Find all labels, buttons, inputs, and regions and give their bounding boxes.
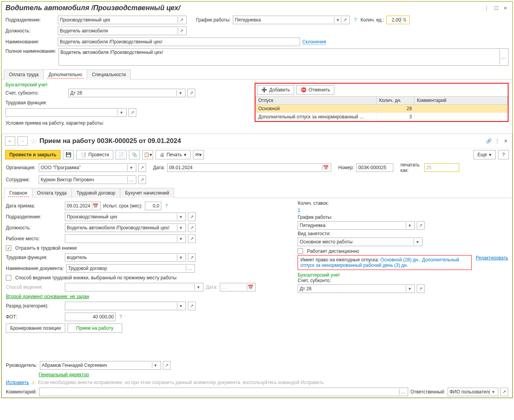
open-icon[interactable]: ↗	[188, 234, 196, 243]
more-icon[interactable]: ⋮	[484, 5, 490, 11]
forward-button[interactable]: →	[18, 136, 28, 146]
method-checkbox[interactable]	[6, 275, 11, 281]
calendar-icon[interactable]: 📅	[322, 164, 329, 171]
dept-input[interactable]: Производственный цех ↗	[58, 16, 187, 24]
back-button[interactable]: ←	[5, 136, 15, 146]
report-button[interactable]: 📄	[116, 150, 127, 159]
open-icon[interactable]: ↗	[188, 302, 196, 310]
fullname-input[interactable]: Водитель автомобиля /Производственный це…	[59, 48, 509, 66]
open-icon[interactable]: ↗	[341, 17, 348, 23]
pos-input[interactable]: Водитель автомобиля /Производственный це…	[65, 223, 186, 232]
open-icon[interactable]: ↗	[138, 175, 146, 184]
mgr-input[interactable]: Абрамов Геннадий Сергеевич▾	[40, 361, 161, 370]
calendar-icon[interactable]: 📅	[247, 284, 254, 290]
send-button[interactable]: ✉▾	[193, 150, 204, 159]
tab-payment[interactable]: Оплата труда	[32, 188, 72, 198]
mgr-pos-link[interactable]: Генеральный директор	[39, 372, 89, 377]
method-input[interactable]: ▾	[65, 283, 203, 291]
booking-button[interactable]: Бронирование позиции	[6, 323, 65, 333]
close-icon[interactable]: ✕	[502, 5, 509, 11]
org-input[interactable]: ООО "Программа" ▾	[39, 163, 136, 172]
open-icon[interactable]: ↗	[128, 108, 136, 117]
print-button[interactable]: 🖨Печать ▾	[155, 150, 190, 159]
method-date-input[interactable]: . . .📅	[220, 283, 256, 291]
calendar-icon[interactable]: 📅	[92, 203, 99, 209]
declensions-link[interactable]: Склонения	[302, 39, 326, 45]
func-input[interactable]: водитель▾	[65, 253, 186, 262]
open-icon[interactable]: ↗	[188, 223, 196, 232]
chevron-down-icon[interactable]: ▾	[406, 222, 413, 229]
num-input[interactable]: 00ЗК-000025	[356, 163, 393, 172]
help-icon[interactable]: ?	[165, 203, 168, 209]
open-icon[interactable]: ↗	[138, 163, 146, 172]
acct-input[interactable]: Дт 26▾	[298, 284, 415, 293]
chevron-down-icon[interactable]: ▾	[195, 284, 202, 290]
remote-checkbox[interactable]	[298, 248, 303, 254]
sched-input[interactable]: Пятидневка ▾ ↗	[233, 16, 350, 24]
open-icon[interactable]: ↗	[178, 28, 185, 34]
help-icon[interactable]: ?	[354, 17, 357, 23]
open-icon[interactable]: ↗	[188, 253, 196, 262]
chevron-down-icon[interactable]: ▾	[334, 17, 341, 23]
open-icon[interactable]: ↗	[500, 388, 508, 396]
rates-link[interactable]: 1	[298, 207, 300, 213]
post-close-button[interactable]: Провести и закрыть	[5, 150, 61, 159]
fix-link[interactable]: Исправить	[6, 380, 29, 385]
tab-contract[interactable]: Трудовой договор	[71, 188, 120, 198]
chevron-down-icon[interactable]: ▾	[152, 362, 159, 368]
hire-button[interactable]: Прием на работу	[68, 323, 122, 333]
chevron-down-icon[interactable]: ▾	[118, 109, 125, 116]
chevron-down-icon[interactable]: ▾	[177, 236, 184, 242]
print-as-input[interactable]: 25	[424, 163, 459, 172]
fot-input[interactable]: 40 000,00	[65, 313, 116, 321]
open-icon[interactable]: ↗	[188, 213, 196, 221]
second-doc-link[interactable]: Второй документ основание: не задан	[6, 294, 89, 299]
hire-date-input[interactable]: 09.01.2024📅	[65, 202, 101, 210]
attach-button[interactable]: 📎	[129, 150, 140, 159]
table-row[interactable]: Дополнительный отпуск за ненормированный…	[256, 113, 508, 121]
link-icon[interactable]: 🔗	[485, 138, 492, 144]
func-input[interactable]: ▾	[5, 108, 127, 117]
chevron-down-icon[interactable]: ▾	[489, 389, 496, 395]
emp-input[interactable]: Куркин Виктор Петрович …	[39, 175, 136, 184]
stepper-icon[interactable]: ⇅	[401, 17, 408, 23]
ellipsis-icon[interactable]: …	[186, 265, 193, 272]
chevron-down-icon[interactable]: ▾	[127, 164, 134, 171]
open-icon[interactable]: ↗	[417, 284, 425, 293]
cancel-button[interactable]: ⛔Отменить	[296, 85, 334, 95]
help-button[interactable]: ?	[498, 150, 509, 159]
tab-main[interactable]: Главное	[4, 188, 32, 198]
ellipsis-icon[interactable]: …	[127, 177, 134, 183]
post-button[interactable]: 📑Провести	[76, 150, 113, 159]
record-checkbox[interactable]	[6, 245, 11, 251]
chevron-down-icon[interactable]: ▾	[177, 254, 184, 261]
chevron-down-icon[interactable]: ▾	[177, 214, 184, 220]
qty-input[interactable]: 2,00 ⇅	[386, 16, 410, 24]
name-input[interactable]: Водитель автомобиля /Производственный це…	[58, 38, 300, 46]
open-icon[interactable]: ↗	[163, 361, 171, 370]
open-icon[interactable]: ↗	[178, 17, 185, 23]
wp-input[interactable]: ▾	[65, 234, 186, 243]
chevron-down-icon[interactable]: ▾	[406, 286, 413, 292]
tab-accounting[interactable]: Бухучет начислений	[120, 188, 174, 198]
tab-specialties[interactable]: Специальности	[87, 70, 131, 80]
tab-payment[interactable]: Оплата труда	[4, 70, 44, 80]
table-row[interactable]: Основной 28	[256, 105, 508, 113]
tab-additional[interactable]: Дополнительно	[43, 70, 87, 80]
maximize-icon[interactable]: ☐	[493, 5, 499, 11]
sched-input[interactable]: Пятидневка▾	[298, 221, 415, 230]
create-from-button[interactable]: 📋▾	[142, 150, 153, 159]
edit-link[interactable]: Редактировать	[476, 255, 508, 261]
more-button[interactable]: Еще ▾	[473, 150, 496, 159]
acct-input[interactable]: Дт 26 ▾	[68, 89, 186, 97]
dept-input[interactable]: Производственный цех▾	[65, 213, 186, 221]
chevron-down-icon[interactable]: ▾	[177, 90, 184, 96]
resp-input[interactable]: ФИО пользователя▾	[448, 388, 498, 396]
chevron-down-icon[interactable]: ▾	[177, 303, 184, 309]
add-button[interactable]: ➕Добавить	[257, 85, 294, 95]
star-icon[interactable]: ☆	[30, 136, 37, 146]
save-button[interactable]: 💾	[63, 150, 74, 159]
chevron-down-icon[interactable]: ▾	[177, 225, 184, 231]
trial-input[interactable]: 0,0	[145, 202, 161, 210]
docname-input[interactable]: Трудовой договор…	[66, 264, 195, 273]
